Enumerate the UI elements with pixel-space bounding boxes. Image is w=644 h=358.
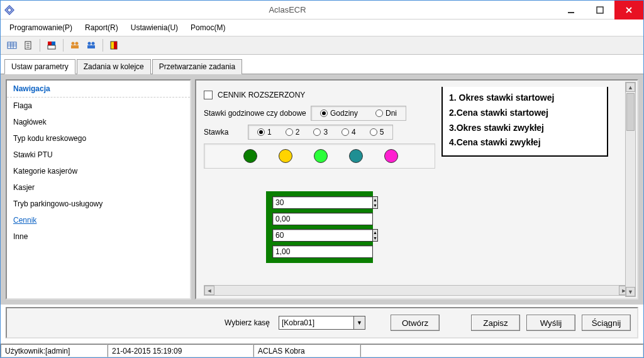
nav-header: Nawigacja: [7, 81, 190, 98]
tab-przetwarzanie[interactable]: Przetwarzanie zadania: [152, 59, 242, 74]
scroll-up-icon[interactable]: ▲: [626, 82, 635, 92]
horizontal-scrollbar[interactable]: ◄ ►: [204, 285, 630, 296]
nav-inne[interactable]: Inne: [7, 228, 190, 245]
field-cena-zwykla[interactable]: [272, 245, 373, 258]
stawka-group: 1 2 3 4 5: [248, 125, 393, 140]
dropdown-icon[interactable]: ▼: [354, 316, 365, 330]
nav-kasjer[interactable]: Kasjer: [7, 179, 190, 196]
checkbox-cennik-rozszerzony[interactable]: [204, 91, 213, 99]
svg-rect-13: [48, 45, 55, 49]
nav-cennik[interactable]: Cennik: [7, 212, 190, 228]
spinner-okres-start[interactable]: ▲▼: [373, 196, 378, 209]
toolbar-flag-icon[interactable]: [44, 38, 59, 52]
maximize-button[interactable]: [586, 1, 614, 20]
close-button[interactable]: [614, 1, 643, 20]
radio-dot-icon: [375, 109, 383, 117]
tab-zadania-kolejce[interactable]: Zadania w kolejce: [77, 59, 151, 74]
minimize-button[interactable]: [557, 1, 586, 20]
radio-dot-icon: [286, 128, 293, 136]
menu-ustawienia[interactable]: Ustawienia(U): [126, 21, 183, 35]
svg-rect-19: [87, 45, 95, 48]
radio-dot-icon: [257, 128, 265, 136]
scroll-down-icon[interactable]: ▼: [626, 287, 635, 296]
status-device: ACLAS Kobra: [253, 344, 360, 357]
hours-daily-label: Stawki godzinowe czy dobowe: [204, 109, 311, 118]
radio-godziny[interactable]: Godziny: [320, 109, 358, 118]
bottom-bar: Wybierz kasę ▼ Otwórz Zapisz Wyślij Ścią…: [6, 307, 638, 338]
color-circle-1: [243, 149, 257, 163]
save-button[interactable]: Zapisz: [471, 315, 520, 331]
svg-point-17: [88, 42, 91, 45]
radio-dni[interactable]: Dni: [375, 109, 397, 118]
radio-dot-icon: [313, 128, 321, 136]
legend-box: 1. Okres stawki startowej 2.Cena stawki …: [441, 87, 608, 157]
scroll-thumb[interactable]: [626, 93, 635, 131]
form-column: CENNIK ROZSZERZONY Stawki godzinowe czy …: [204, 87, 435, 282]
svg-rect-21: [114, 42, 117, 49]
svg-point-14: [72, 42, 75, 45]
menubar: Programowanie(P) Raport(R) Ustawienia(U)…: [1, 20, 643, 36]
toolbar-doc-icon[interactable]: [21, 38, 36, 52]
pick-register-label: Wybierz kasę: [225, 318, 270, 327]
window-title: AclasECR: [18, 5, 557, 14]
nav-kategorie-kasjerow[interactable]: Kategorie kasjerów: [7, 163, 190, 179]
app-window: AclasECR Programowanie(P) Raport(R) Usta…: [0, 0, 644, 358]
radio-stawka-4[interactable]: 4: [341, 128, 356, 137]
open-button[interactable]: Otwórz: [391, 315, 440, 331]
radio-stawka-2[interactable]: 2: [286, 128, 300, 137]
color-circle-2: [279, 149, 292, 163]
menu-pomoc[interactable]: Pomoc(M): [186, 21, 230, 35]
svg-rect-2: [8, 42, 16, 48]
register-select-input[interactable]: [279, 316, 354, 330]
status-empty: [360, 344, 643, 357]
stawka-label: Stawka: [204, 128, 248, 137]
svg-point-15: [75, 42, 79, 45]
titlebar: AclasECR: [1, 1, 643, 20]
nav-naglowek[interactable]: Nagłówek: [7, 114, 190, 130]
send-button[interactable]: Wyślij: [526, 315, 575, 331]
hours-daily-group: Godziny Dni: [311, 106, 406, 121]
field-okres-zwykla[interactable]: [272, 229, 373, 242]
svg-point-18: [92, 42, 95, 45]
toolbar-grid-icon[interactable]: [4, 38, 19, 52]
menu-raport[interactable]: Raport(R): [80, 21, 123, 35]
radio-stawka-1[interactable]: 1: [257, 128, 272, 137]
color-circle-5: [384, 149, 398, 163]
rate-fields-panel: ▲▼ ▲▼: [266, 191, 373, 263]
nav-stawki-ptu[interactable]: Stawki PTU: [7, 147, 190, 163]
svg-rect-1: [597, 7, 603, 13]
toolbar-users1-icon[interactable]: [67, 38, 82, 52]
field-cena-start[interactable]: [272, 213, 373, 225]
radio-stawka-3[interactable]: 3: [313, 128, 328, 137]
legend-line-3: 3.Okres stawki zwykłej: [449, 121, 601, 136]
radio-dot-icon: [370, 128, 377, 136]
scroll-left-icon[interactable]: ◄: [204, 286, 214, 295]
nav-tryb-parkingowy[interactable]: Tryb parkingowo-usługowy: [7, 196, 190, 212]
legend-line-4: 4.Cena stawki zwykłej: [449, 135, 601, 150]
legend-line-2: 2.Cena stawki startowej: [449, 106, 601, 121]
legend-column: 1. Okres stawki startowej 2.Cena stawki …: [441, 87, 608, 282]
navigation-panel: Nawigacja Flaga Nagłówek Typ kodu kresko…: [6, 79, 191, 299]
svg-rect-12: [52, 42, 55, 45]
toolbar-exit-icon[interactable]: [107, 38, 122, 52]
work-area: Nawigacja Flaga Nagłówek Typ kodu kresko…: [1, 74, 643, 305]
toolbar-users2-icon[interactable]: [84, 38, 99, 52]
color-indicator-bar: [204, 143, 435, 169]
status-user: Użytkownik:[admin]: [1, 344, 108, 357]
vertical-scrollbar[interactable]: ▲ ▼: [625, 82, 636, 297]
app-icon: [4, 5, 14, 15]
nav-flaga[interactable]: Flaga: [7, 98, 190, 114]
radio-dot-icon: [320, 109, 328, 117]
field-okres-start[interactable]: [272, 196, 373, 209]
radio-stawka-5[interactable]: 5: [370, 128, 384, 137]
spinner-okres-zwykla[interactable]: ▲▼: [373, 229, 378, 242]
color-circle-4: [349, 149, 363, 163]
svg-rect-11: [48, 42, 52, 45]
menu-programowanie[interactable]: Programowanie(P): [4, 21, 77, 35]
toolbar: [1, 36, 643, 55]
tab-ustaw-parametry[interactable]: Ustaw parametry: [4, 59, 75, 74]
checkbox-label: CENNIK ROZSZERZONY: [218, 91, 305, 99]
register-select[interactable]: ▼: [279, 316, 365, 330]
download-button[interactable]: Ściągnij: [582, 315, 631, 331]
nav-typ-kodu[interactable]: Typ kodu kreskowego: [7, 130, 190, 147]
